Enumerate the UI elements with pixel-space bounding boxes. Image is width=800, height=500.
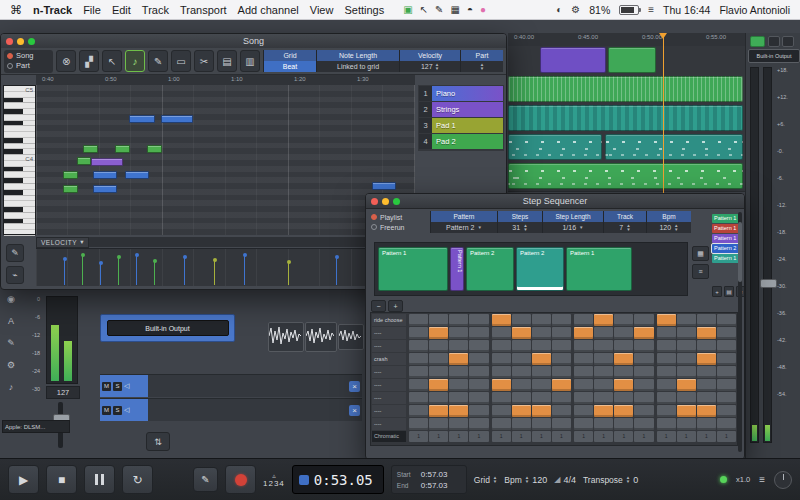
velocity-select-button[interactable]: ⌁ <box>6 266 24 284</box>
step-cell[interactable] <box>677 327 696 339</box>
output-device-button[interactable]: Built-in Output <box>748 49 800 63</box>
bpm-spinner[interactable]: ▲▼ <box>525 476 529 484</box>
step-cell[interactable] <box>634 340 653 352</box>
step-cell[interactable] <box>469 418 488 430</box>
record-button[interactable] <box>225 465 256 494</box>
pencil-tool-icon[interactable]: ✎ <box>435 0 443 20</box>
pencil-button[interactable]: ✎ <box>193 467 218 492</box>
pattern-list-item[interactable]: Pattern 1 <box>712 214 740 223</box>
velocity-stem[interactable] <box>288 262 289 285</box>
playlist-block[interactable]: Pattern 1 <box>450 247 464 291</box>
time-mode-icon[interactable] <box>299 475 309 485</box>
note-length-value[interactable]: Linked to grid <box>317 61 399 72</box>
menu-add-channel[interactable]: Add channel <box>238 4 299 16</box>
step-cell[interactable] <box>677 379 696 391</box>
step-cell[interactable] <box>594 366 613 378</box>
stop-button[interactable]: ■ <box>46 465 77 494</box>
step-cell[interactable] <box>697 405 716 417</box>
midi-clip[interactable] <box>540 47 606 73</box>
step-cell[interactable] <box>532 405 551 417</box>
step-cell[interactable] <box>492 418 511 430</box>
step-cell[interactable] <box>512 353 531 365</box>
step-cell[interactable] <box>634 379 653 391</box>
settings-status-icon[interactable]: ⚙ <box>571 4 580 15</box>
step-number[interactable]: 1 <box>409 431 428 442</box>
add-pattern-button[interactable]: + <box>712 286 722 297</box>
step-number[interactable]: 1 <box>614 431 633 442</box>
grid-view-button[interactable]: ▦ <box>692 246 709 261</box>
bpm-value[interactable]: 120 <box>532 475 547 485</box>
draw-icon[interactable]: ✎ <box>7 338 15 348</box>
step-cell[interactable] <box>429 405 448 417</box>
param-dropdown-icon[interactable]: ▼ <box>579 226 583 230</box>
step-cell[interactable] <box>552 314 571 326</box>
step-cell[interactable] <box>449 314 468 326</box>
mute-button[interactable]: M <box>102 406 111 415</box>
step-cell[interactable] <box>512 314 531 326</box>
step-cell[interactable] <box>469 392 488 404</box>
step-row-label[interactable]: ---- <box>372 418 406 430</box>
velocity-stem[interactable] <box>136 255 137 285</box>
output-device-button[interactable]: Built-in Output <box>107 320 229 336</box>
step-cell[interactable] <box>614 327 633 339</box>
step-cell[interactable] <box>532 392 551 404</box>
step-cell[interactable] <box>449 340 468 352</box>
pattern-list-item[interactable]: Pattern 1 <box>712 224 740 233</box>
step-cell[interactable] <box>634 405 653 417</box>
step-cell[interactable] <box>492 379 511 391</box>
step-cell[interactable] <box>717 392 736 404</box>
step-cell[interactable] <box>594 392 613 404</box>
menu-file[interactable]: File <box>83 4 101 16</box>
step-cell[interactable] <box>657 353 676 365</box>
step-number[interactable]: 1 <box>552 431 571 442</box>
step-sequencer-titlebar[interactable]: Step Sequencer <box>366 194 744 209</box>
step-cell[interactable] <box>634 327 653 339</box>
keyboard-tool-icon[interactable]: ▦ <box>450 0 459 20</box>
param-spinner[interactable]: ▲▼ <box>674 224 678 232</box>
close-button[interactable] <box>371 198 378 205</box>
transpose-spinner[interactable]: ▲▼ <box>626 476 630 484</box>
step-cell[interactable] <box>409 379 428 391</box>
step-cell[interactable] <box>469 379 488 391</box>
velocity-stem[interactable] <box>184 257 185 285</box>
step-number[interactable]: 1 <box>512 431 531 442</box>
step-cell[interactable] <box>697 353 716 365</box>
step-number[interactable]: 1 <box>449 431 468 442</box>
step-cell[interactable] <box>552 405 571 417</box>
step-cell[interactable] <box>657 366 676 378</box>
settings-icon[interactable]: ⚙ <box>7 360 15 370</box>
step-cell[interactable] <box>574 353 593 365</box>
part-value[interactable]: ▲▼ <box>461 61 503 72</box>
step-cell[interactable] <box>512 366 531 378</box>
velocity-stem[interactable] <box>154 261 155 285</box>
step-cell[interactable] <box>594 405 613 417</box>
midi-note[interactable] <box>91 158 123 166</box>
step-cell[interactable] <box>717 340 736 352</box>
step-cell[interactable] <box>449 379 468 391</box>
playlist-block[interactable]: Pattern 2 <box>516 247 564 291</box>
step-cell[interactable] <box>677 340 696 352</box>
step-cell[interactable] <box>409 314 428 326</box>
step-cell[interactable] <box>657 314 676 326</box>
step-number[interactable]: 1 <box>677 431 696 442</box>
step-cell[interactable] <box>594 353 613 365</box>
step-cell[interactable] <box>449 418 468 430</box>
step-cell[interactable] <box>469 340 488 352</box>
step-cell[interactable] <box>429 353 448 365</box>
step-cell[interactable] <box>512 392 531 404</box>
menubar-user[interactable]: Flavio Antonioli <box>719 4 790 16</box>
param-value[interactable]: Pattern 2▼ <box>431 222 497 233</box>
step-cell[interactable] <box>717 327 736 339</box>
step-number[interactable]: 1 <box>532 431 551 442</box>
audio-clip[interactable] <box>268 322 304 352</box>
playlist-block[interactable]: Pattern 2 <box>466 247 514 291</box>
spinner-down[interactable]: ▼ <box>523 228 527 232</box>
midi-clip[interactable] <box>508 163 743 189</box>
close-button[interactable] <box>6 38 13 45</box>
record-arm-button[interactable] <box>750 36 765 47</box>
step-cell[interactable] <box>512 327 531 339</box>
pattern-scrollbar[interactable] <box>738 212 742 452</box>
step-cell[interactable] <box>594 379 613 391</box>
time-display[interactable]: 0:53.05 <box>292 465 384 494</box>
speaker-icon[interactable]: ◁ <box>124 406 129 414</box>
